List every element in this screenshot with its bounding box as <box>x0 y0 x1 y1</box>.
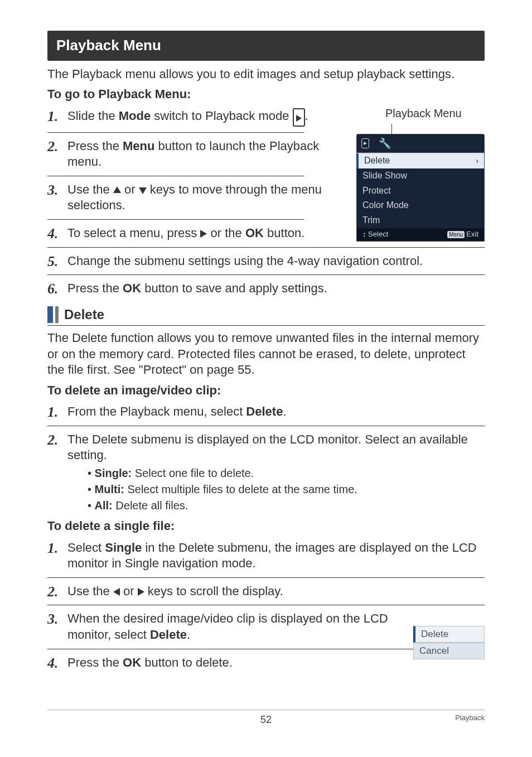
delete-paragraph: The Delete function allows you to remove… <box>47 330 485 378</box>
playback-mode-icon <box>293 108 305 127</box>
screenshot-label: Playback Menu <box>385 106 485 120</box>
delete-single-heading: To delete a single file: <box>47 518 485 534</box>
section-title-bar: Playback Menu <box>47 31 485 61</box>
right-arrow-icon <box>200 230 207 238</box>
up-arrow-icon <box>113 186 121 194</box>
intro-paragraph: The Playback menu allows you to edit ima… <box>47 66 485 83</box>
svg-marker-4 <box>113 588 120 596</box>
svg-marker-5 <box>138 588 144 596</box>
menu-item-delete: Delete › <box>357 153 484 168</box>
section-label: Playback <box>455 713 485 723</box>
delete-subheading: Delete <box>47 306 485 326</box>
menu-item-protect: Protect <box>357 184 484 199</box>
menu-item-slide-show: Slide Show <box>357 168 484 184</box>
steps-delete-image: 1. From the Playback menu, select Delete… <box>47 404 485 513</box>
left-arrow-icon <box>113 588 120 596</box>
svg-marker-2 <box>139 187 147 194</box>
goto-heading: To go to Playback Menu: <box>47 86 485 103</box>
down-arrow-icon <box>139 186 147 194</box>
submenu-item-delete: Delete <box>413 626 485 643</box>
page-footer: 52 Playback <box>47 710 485 726</box>
svg-marker-1 <box>113 186 121 193</box>
screenshot-playback-menu: Playback Menu ▸ 🔧 Delete › Slide Show Pr… <box>356 106 485 242</box>
right-arrow-icon <box>138 588 144 596</box>
chevron-right-icon: › <box>476 156 478 166</box>
page-number: 52 <box>47 713 485 726</box>
playback-tab-icon: ▸ <box>361 138 369 148</box>
svg-marker-3 <box>200 230 207 238</box>
svg-marker-0 <box>296 115 302 122</box>
page: Playback Menu The Playback menu allows y… <box>0 0 532 757</box>
delete-image-heading: To delete an image/video clip: <box>47 383 485 399</box>
settings-tab-icon: 🔧 <box>379 138 391 149</box>
delete-options-list: Single: Select one file to delete. Multi… <box>88 466 485 513</box>
menu-item-color-mode: Color Mode <box>357 198 484 213</box>
